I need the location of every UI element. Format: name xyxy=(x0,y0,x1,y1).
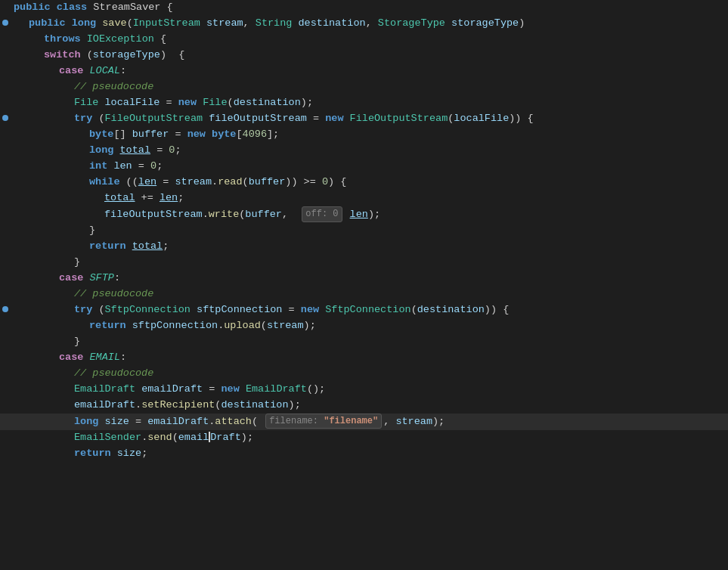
plain-token: ( xyxy=(411,304,417,315)
plain-token: [] xyxy=(113,129,132,140)
plain-token xyxy=(83,65,89,76)
param-token: buffer xyxy=(245,209,282,220)
param-token: email xyxy=(178,432,209,443)
param-token: localFile xyxy=(454,113,509,124)
plain-token xyxy=(98,97,104,108)
param-token: emailDraft xyxy=(141,383,203,395)
plain-token xyxy=(292,17,298,29)
plain-token: = xyxy=(129,416,147,427)
kw-token: long xyxy=(74,416,98,427)
plain-token xyxy=(344,209,350,220)
kw-token: byte xyxy=(212,129,236,140)
plain-token: ) xyxy=(519,17,525,29)
kw-token: class xyxy=(57,2,88,13)
kw-token: new xyxy=(325,113,343,124)
plain-token: ( xyxy=(92,304,104,315)
code-line: } xyxy=(0,223,728,239)
code-line: File localFile = new File(destination); xyxy=(0,95,728,111)
param-token: len xyxy=(113,160,132,172)
plain-token: ); xyxy=(241,432,253,443)
code-line: byte[] buffer = new byte[4096]; xyxy=(0,127,728,143)
plain-token: } xyxy=(74,256,80,268)
plain-token: , xyxy=(366,17,378,29)
plain-token xyxy=(200,17,206,29)
plain-token: (( xyxy=(120,176,138,187)
plain-token: ; xyxy=(163,240,169,252)
plain-token: : xyxy=(120,352,126,363)
sftp-label-token: SFTP xyxy=(90,272,114,283)
comment-token: // pseudocode xyxy=(74,81,153,92)
plain-token: ) { xyxy=(328,176,346,187)
method-token: write xyxy=(209,209,240,220)
code-line: long size = emailDraft.attach( filename:… xyxy=(0,414,728,430)
line-code: public long save(InputStream stream, Str… xyxy=(11,16,728,32)
type-token: SftpConnection xyxy=(325,304,410,315)
num-token: 0 xyxy=(150,160,156,172)
line-code: } xyxy=(11,255,728,271)
line-code: } xyxy=(11,334,728,350)
kw-token: new xyxy=(178,97,197,108)
param-token: emailDraft xyxy=(147,416,209,427)
code-line: fileOutputStream.write(buffer, off: 0 le… xyxy=(0,206,728,223)
type-token: File xyxy=(203,97,227,108)
kw-token: new xyxy=(187,129,206,140)
param-token: storageType xyxy=(93,49,160,60)
plain-token: , xyxy=(282,209,300,220)
num-token: 0 xyxy=(322,176,328,187)
plain-token xyxy=(83,272,89,283)
type-token: StorageType xyxy=(378,17,445,29)
code-line: long total = 0; xyxy=(0,143,728,159)
plain-token: ); xyxy=(368,209,380,220)
plain-token: ); xyxy=(304,320,316,331)
line-gutter xyxy=(0,306,11,312)
type-token: SftpConnection xyxy=(105,304,191,315)
line-code: case SFTP: xyxy=(11,271,728,287)
code-line: while ((len = stream.read(buffer)) >= 0)… xyxy=(0,175,728,191)
plain-token xyxy=(445,17,451,29)
plain-token xyxy=(240,383,246,395)
line-code: int len = 0; xyxy=(11,159,728,175)
code-editor: public class StreamSaver {public long sa… xyxy=(0,0,728,570)
param-token: buffer xyxy=(132,129,169,140)
method-token: save xyxy=(102,17,126,29)
kw-token: return xyxy=(89,320,126,331)
line-code: long total = 0; xyxy=(11,143,728,159)
line-code: // pseudocode xyxy=(11,287,728,302)
plain-token: ; xyxy=(156,160,163,172)
code-line: case EMAIL: xyxy=(0,350,728,366)
line-code: EmailSender.send(emailDraft); xyxy=(11,430,728,446)
line-code: EmailDraft emailDraft = new EmailDraft()… xyxy=(11,382,728,398)
line-code: fileOutputStream.write(buffer, off: 0 le… xyxy=(11,206,728,223)
line-code: return total; xyxy=(11,239,728,255)
line-gutter xyxy=(0,115,11,121)
method-token: send xyxy=(147,432,172,443)
breakpoint-dot xyxy=(2,115,8,121)
underline-param-token: total xyxy=(120,144,151,156)
code-line: try (SftpConnection sftpConnection = new… xyxy=(0,302,728,318)
kw2-token: case xyxy=(59,272,83,283)
param-token: destination xyxy=(417,304,485,315)
method-token: setRecipient xyxy=(141,399,215,410)
type-token: FileOutputStream xyxy=(105,113,203,124)
plain-token: : xyxy=(114,272,120,283)
plain-token: = xyxy=(169,129,187,140)
line-code: } xyxy=(11,223,728,239)
plain-token: += xyxy=(135,192,160,203)
plain-token: ( xyxy=(127,17,133,29)
code-line: case LOCAL: xyxy=(0,64,728,79)
param-token: stream xyxy=(267,320,304,331)
kw-token: throws xyxy=(44,33,81,45)
plain-token xyxy=(126,320,132,331)
plain-token: . xyxy=(212,176,218,187)
plain-token: ( xyxy=(92,113,104,124)
email-label-token: EMAIL xyxy=(90,352,121,363)
code-line: case SFTP: xyxy=(0,271,728,287)
underline-param-token: len xyxy=(350,209,368,220)
parameter-hint: off: 0 xyxy=(302,206,342,222)
param-token: emailDraft xyxy=(74,399,135,410)
line-code: public class StreamSaver { xyxy=(11,0,728,16)
plain-token: = xyxy=(150,144,169,156)
param-token: buffer xyxy=(249,176,286,187)
kw-token: try xyxy=(74,304,92,315)
code-line: try (FileOutputStream fileOutputStream =… xyxy=(0,111,728,127)
